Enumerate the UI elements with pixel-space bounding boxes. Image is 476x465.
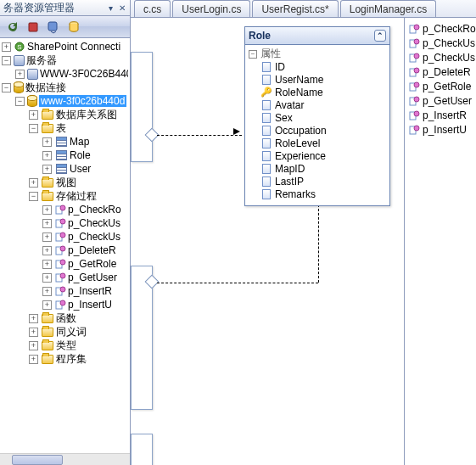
dbml-canvas[interactable]: Role ⌃ − 属性 ID UserName 🔑RoleName Avatar…: [131, 18, 404, 465]
tree-node-sharepoint[interactable]: + S SharePoint Connecti: [2, 40, 130, 53]
collapse-icon[interactable]: ⌃: [374, 30, 386, 42]
expand-icon[interactable]: +: [42, 260, 52, 269]
entity-field[interactable]: Avatar: [249, 98, 386, 111]
tree-node-sproc[interactable]: +p_CheckUs: [2, 230, 130, 244]
tree-node-table[interactable]: +Map: [2, 135, 130, 148]
expand-icon[interactable]: +: [42, 273, 52, 283]
list-item[interactable]: p_CheckRo: [408, 21, 476, 36]
tree-label: p_InsertU: [68, 299, 112, 311]
connect-db-icon[interactable]: [66, 20, 81, 35]
scrollbar-thumb[interactable]: [12, 455, 63, 465]
tab-file[interactable]: UserLogin.cs: [172, 0, 250, 17]
list-item[interactable]: p_InsertR: [408, 108, 476, 122]
entity-field[interactable]: UserName: [249, 73, 386, 86]
list-item[interactable]: p_DeleteR: [408, 64, 476, 79]
expand-icon[interactable]: +: [42, 219, 52, 228]
entity-group-header[interactable]: − 属性: [249, 48, 386, 60]
tree-node-sproc[interactable]: +p_GetUser: [2, 271, 130, 284]
collapse-icon[interactable]: −: [29, 192, 38, 201]
tree-node-data-connections[interactable]: − 数据连接: [2, 81, 130, 94]
expand-icon[interactable]: +: [42, 151, 52, 160]
entity-field[interactable]: Remarks: [249, 188, 386, 200]
entity-group-label: 属性: [260, 47, 281, 61]
entity-field-key[interactable]: 🔑RoleName: [249, 86, 386, 98]
tree-node-sproc[interactable]: +p_DeleteR: [2, 244, 130, 257]
collapse-icon[interactable]: −: [2, 56, 11, 65]
tree-node-assemblies[interactable]: + 程序集: [2, 352, 130, 366]
tree-node-synonyms[interactable]: + 同义词: [2, 325, 130, 339]
expand-icon[interactable]: +: [42, 205, 52, 215]
folder-icon: [41, 189, 54, 203]
tree-node-sproc[interactable]: +p_CheckUs: [2, 216, 130, 230]
tab-file[interactable]: c.cs: [134, 0, 171, 17]
entity-titlebar[interactable]: Role ⌃: [245, 27, 389, 45]
connect-server-icon[interactable]: [46, 20, 61, 35]
expand-icon[interactable]: +: [29, 178, 38, 188]
entity-field[interactable]: RoleLevel: [249, 137, 386, 149]
list-item[interactable]: p_GetRole: [408, 79, 476, 93]
tree-node-functions[interactable]: + 函数: [2, 311, 130, 325]
entity-field[interactable]: Experience: [249, 149, 386, 162]
expand-icon[interactable]: +: [2, 42, 11, 52]
expand-icon[interactable]: +: [42, 137, 52, 147]
tree-node-table[interactable]: +User: [2, 162, 130, 176]
expand-icon[interactable]: +: [42, 232, 52, 242]
tree-node-db[interactable]: − www-3f0c26b440d: [2, 94, 130, 108]
tree-node-views[interactable]: + 视图: [2, 176, 130, 189]
refresh-icon[interactable]: [5, 20, 20, 35]
list-item[interactable]: p_GetUser: [408, 93, 476, 108]
tree-node-sproc[interactable]: +p_InsertU: [2, 298, 130, 311]
tree-node-servers[interactable]: − 服务器: [2, 53, 130, 67]
tree-node-sproc[interactable]: +p_CheckRo: [2, 203, 130, 216]
expand-icon[interactable]: +: [15, 70, 25, 79]
entity-box-partial[interactable]: [131, 52, 153, 162]
expand-icon[interactable]: +: [29, 341, 38, 350]
column-icon: [260, 125, 272, 137]
entity-field[interactable]: ID: [249, 60, 386, 73]
entity-box-role[interactable]: Role ⌃ − 属性 ID UserName 🔑RoleName Avatar…: [244, 26, 390, 206]
list-item[interactable]: p_InsertU: [408, 122, 476, 137]
expand-icon[interactable]: +: [29, 355, 38, 364]
entity-field[interactable]: Sex: [249, 111, 386, 124]
tree-node-tables[interactable]: − 表: [2, 121, 130, 135]
tree-node-server-instance[interactable]: + WWW-3F0C26B440D: [2, 67, 130, 81]
pushpin-icon[interactable]: ▾: [104, 2, 116, 14]
expand-icon[interactable]: +: [29, 328, 38, 337]
list-item[interactable]: p_CheckUs: [408, 50, 476, 64]
entity-field[interactable]: Occupation: [249, 124, 386, 137]
tree-node-sproc[interactable]: +p_InsertR: [2, 284, 130, 298]
tree-node-table[interactable]: +Role: [2, 148, 130, 162]
stop-icon[interactable]: [25, 20, 41, 35]
collapse-icon[interactable]: −: [29, 124, 38, 133]
expand-icon[interactable]: +: [42, 165, 52, 174]
tree-node-diagrams[interactable]: + 数据库关系图: [2, 108, 130, 121]
expand-icon[interactable]: +: [42, 300, 52, 310]
column-icon: [260, 74, 272, 86]
connector-line: [157, 283, 318, 283]
tree-node-types[interactable]: + 类型: [2, 339, 130, 352]
close-icon[interactable]: ✕: [116, 2, 128, 14]
tab-file[interactable]: LoginManager.cs: [340, 0, 436, 17]
collapse-icon[interactable]: −: [249, 50, 257, 59]
tab-file[interactable]: UserRegist.cs*: [252, 0, 338, 17]
entity-field[interactable]: MapID: [249, 162, 386, 175]
tree-label: 表: [56, 121, 66, 136]
panel-titlebar: 务器资源管理器 ▾ ✕: [0, 0, 130, 16]
list-item[interactable]: p_CheckUs: [408, 36, 476, 50]
field-label: ID: [275, 61, 285, 73]
collapse-icon[interactable]: −: [2, 83, 11, 92]
expand-icon[interactable]: +: [42, 246, 52, 255]
expand-icon[interactable]: +: [29, 110, 38, 120]
collapse-icon[interactable]: −: [15, 97, 25, 106]
tree[interactable]: + S SharePoint Connecti − 服务器 + WWW-3F0C…: [0, 38, 130, 453]
expand-icon[interactable]: +: [42, 287, 52, 296]
expand-icon[interactable]: +: [29, 314, 38, 323]
horizontal-scrollbar[interactable]: [0, 453, 130, 465]
entity-field[interactable]: LastIP: [249, 175, 386, 188]
folder-icon: [41, 325, 54, 339]
tree-label: 同义词: [56, 325, 87, 339]
entity-box-partial[interactable]: [131, 434, 153, 465]
list-label: p_InsertU: [423, 124, 467, 136]
tree-node-sproc[interactable]: +p_GetRole: [2, 257, 130, 271]
tree-node-sprocs[interactable]: − 存储过程: [2, 189, 130, 203]
